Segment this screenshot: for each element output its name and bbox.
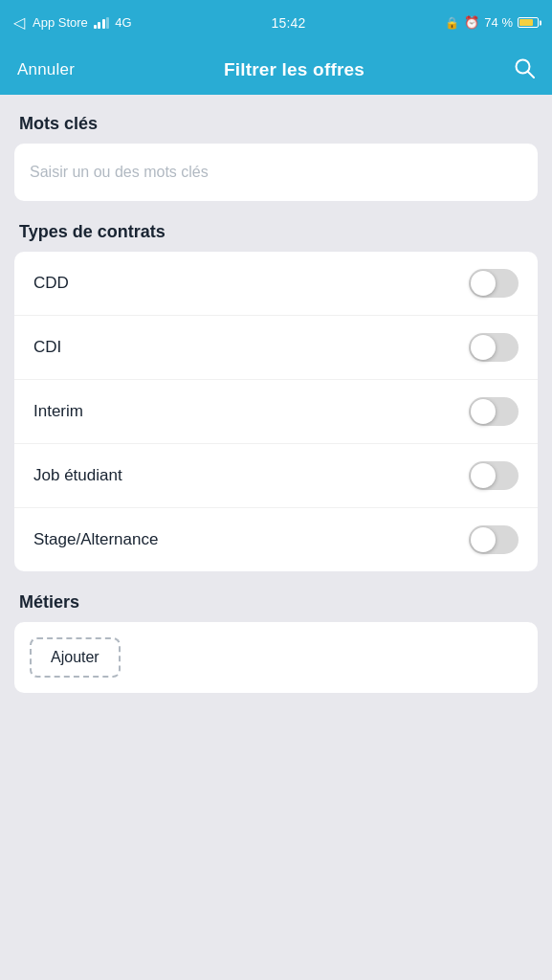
interim-toggle[interactable] — [469, 397, 519, 426]
keywords-input[interactable] — [14, 144, 538, 201]
interim-label: Interim — [33, 402, 83, 421]
status-right: 🔒 ⏰ 74 % — [445, 15, 539, 30]
metiers-card: Ajouter — [14, 622, 538, 693]
cdd-row: CDD — [14, 252, 538, 316]
svg-line-1 — [528, 72, 535, 78]
keywords-section: Mots clés — [0, 114, 552, 201]
contract-types-title: Types de contrats — [0, 222, 552, 242]
content-area: Mots clés Types de contrats CDD CDI — [0, 95, 552, 733]
cdi-row: CDI — [14, 316, 538, 380]
nav-bar: Annuler Filtrer les offres — [0, 45, 552, 95]
stage-alternance-toggle[interactable] — [469, 525, 519, 554]
interim-row: Interim — [14, 380, 538, 444]
contract-types-section: Types de contrats CDD CDI Inter — [0, 222, 552, 571]
cdd-label: CDD — [33, 274, 69, 293]
alarm-icon: ⏰ — [464, 15, 479, 30]
signal-bars — [94, 17, 110, 29]
cdi-toggle[interactable] — [469, 333, 519, 362]
stage-alternance-label: Stage/Alternance — [33, 530, 158, 549]
cdi-label: CDI — [33, 338, 61, 357]
app-name-label: App Store — [33, 15, 88, 30]
battery-percentage: 74 % — [484, 15, 513, 30]
job-etudiant-label: Job étudiant — [33, 466, 122, 485]
status-bar: ◁ App Store 4G 15:42 🔒 ⏰ 74 % — [0, 0, 552, 45]
battery-icon — [518, 17, 539, 28]
back-icon: ◁ — [13, 13, 25, 32]
cancel-button[interactable]: Annuler — [17, 60, 75, 79]
keywords-card — [14, 144, 538, 201]
status-time: 15:42 — [271, 15, 305, 31]
ajouter-button[interactable]: Ajouter — [30, 637, 121, 678]
status-left: ◁ App Store 4G — [13, 13, 132, 32]
page-title: Filtrer les offres — [224, 59, 364, 80]
job-etudiant-toggle[interactable] — [469, 461, 519, 490]
keywords-section-title: Mots clés — [0, 114, 552, 134]
metiers-title: Métiers — [0, 592, 552, 612]
network-label: 4G — [115, 15, 131, 30]
stage-alternance-row: Stage/Alternance — [14, 508, 538, 571]
contract-types-card: CDD CDI Interim — [14, 252, 538, 571]
lock-icon: 🔒 — [445, 16, 459, 30]
search-icon[interactable] — [514, 57, 535, 82]
job-etudiant-row: Job étudiant — [14, 444, 538, 508]
metiers-section: Métiers Ajouter — [0, 592, 552, 693]
cdd-toggle[interactable] — [469, 269, 519, 298]
